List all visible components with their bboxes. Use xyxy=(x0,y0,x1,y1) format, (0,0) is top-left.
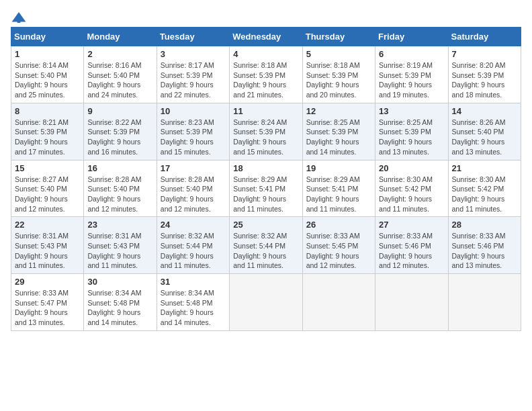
day-number: 1 xyxy=(15,49,80,59)
logo xyxy=(11,11,30,24)
table-row xyxy=(448,274,521,331)
table-row: 16 Sunrise: 8:28 AM Sunset: 5:40 PM Dayl… xyxy=(84,160,157,217)
day-info: Sunrise: 8:31 AM Sunset: 5:43 PM Dayligh… xyxy=(15,231,80,271)
day-number: 30 xyxy=(87,277,152,287)
calendar-header-cell: Friday xyxy=(375,28,448,46)
table-row: 2 Sunrise: 8:16 AM Sunset: 5:40 PM Dayli… xyxy=(84,46,157,103)
logo-icon xyxy=(11,11,27,24)
table-row: 5 Sunrise: 8:18 AM Sunset: 5:39 PM Dayli… xyxy=(302,46,375,103)
day-number: 13 xyxy=(379,106,444,116)
day-info: Sunrise: 8:33 AM Sunset: 5:47 PM Dayligh… xyxy=(15,288,80,328)
calendar-header-cell: Monday xyxy=(84,28,157,46)
day-info: Sunrise: 8:32 AM Sunset: 5:44 PM Dayligh… xyxy=(161,231,226,271)
day-info: Sunrise: 8:22 AM Sunset: 5:39 PM Dayligh… xyxy=(87,118,152,157)
day-info: Sunrise: 8:34 AM Sunset: 5:48 PM Dayligh… xyxy=(87,288,152,328)
day-info: Sunrise: 8:19 AM Sunset: 5:39 PM Dayligh… xyxy=(379,60,444,100)
table-row: 14 Sunrise: 8:26 AM Sunset: 5:40 PM Dayl… xyxy=(448,103,521,160)
table-row: 15 Sunrise: 8:27 AM Sunset: 5:40 PM Dayl… xyxy=(11,160,84,217)
calendar-week-row: 8 Sunrise: 8:21 AM Sunset: 5:39 PM Dayli… xyxy=(11,103,521,160)
day-number: 14 xyxy=(452,106,517,116)
day-info: Sunrise: 8:34 AM Sunset: 5:48 PM Dayligh… xyxy=(161,288,226,328)
calendar-header-cell: Wednesday xyxy=(230,28,302,46)
day-number: 16 xyxy=(87,163,152,173)
table-row: 1 Sunrise: 8:14 AM Sunset: 5:40 PM Dayli… xyxy=(11,46,84,103)
day-number: 31 xyxy=(161,277,226,287)
table-row: 28 Sunrise: 8:33 AM Sunset: 5:46 PM Dayl… xyxy=(448,217,521,274)
day-info: Sunrise: 8:23 AM Sunset: 5:39 PM Dayligh… xyxy=(161,118,226,157)
calendar-week-row: 22 Sunrise: 8:31 AM Sunset: 5:43 PM Dayl… xyxy=(11,217,521,274)
day-info: Sunrise: 8:28 AM Sunset: 5:40 PM Dayligh… xyxy=(161,175,226,214)
table-row: 19 Sunrise: 8:29 AM Sunset: 5:41 PM Dayl… xyxy=(302,160,375,217)
day-number: 26 xyxy=(306,220,371,230)
day-info: Sunrise: 8:17 AM Sunset: 5:39 PM Dayligh… xyxy=(161,60,226,100)
day-number: 7 xyxy=(452,49,517,59)
day-number: 22 xyxy=(15,220,80,230)
day-number: 29 xyxy=(15,277,80,287)
day-number: 20 xyxy=(379,163,444,173)
header xyxy=(11,11,521,24)
day-info: Sunrise: 8:26 AM Sunset: 5:40 PM Dayligh… xyxy=(452,118,517,157)
day-info: Sunrise: 8:27 AM Sunset: 5:40 PM Dayligh… xyxy=(15,175,80,214)
day-number: 24 xyxy=(161,220,226,230)
day-info: Sunrise: 8:18 AM Sunset: 5:39 PM Dayligh… xyxy=(233,60,298,100)
day-number: 21 xyxy=(452,163,517,173)
calendar-header-cell: Tuesday xyxy=(157,28,229,46)
calendar-week-row: 29 Sunrise: 8:33 AM Sunset: 5:47 PM Dayl… xyxy=(11,274,521,331)
calendar-week-row: 1 Sunrise: 8:14 AM Sunset: 5:40 PM Dayli… xyxy=(11,46,521,103)
day-number: 27 xyxy=(379,220,444,230)
table-row: 20 Sunrise: 8:30 AM Sunset: 5:42 PM Dayl… xyxy=(375,160,448,217)
day-info: Sunrise: 8:28 AM Sunset: 5:40 PM Dayligh… xyxy=(87,175,152,214)
calendar-header-row: SundayMondayTuesdayWednesdayThursdayFrid… xyxy=(11,28,521,46)
day-number: 4 xyxy=(233,49,298,59)
day-info: Sunrise: 8:14 AM Sunset: 5:40 PM Dayligh… xyxy=(15,60,80,100)
day-info: Sunrise: 8:21 AM Sunset: 5:39 PM Dayligh… xyxy=(15,118,80,157)
table-row: 11 Sunrise: 8:24 AM Sunset: 5:39 PM Dayl… xyxy=(230,103,302,160)
day-info: Sunrise: 8:29 AM Sunset: 5:41 PM Dayligh… xyxy=(306,175,371,214)
table-row: 26 Sunrise: 8:33 AM Sunset: 5:45 PM Dayl… xyxy=(302,217,375,274)
table-row: 29 Sunrise: 8:33 AM Sunset: 5:47 PM Dayl… xyxy=(11,274,84,331)
table-row: 13 Sunrise: 8:25 AM Sunset: 5:39 PM Dayl… xyxy=(375,103,448,160)
table-row: 23 Sunrise: 8:31 AM Sunset: 5:43 PM Dayl… xyxy=(84,217,157,274)
table-row: 18 Sunrise: 8:29 AM Sunset: 5:41 PM Dayl… xyxy=(230,160,302,217)
day-info: Sunrise: 8:20 AM Sunset: 5:39 PM Dayligh… xyxy=(452,60,517,100)
day-info: Sunrise: 8:25 AM Sunset: 5:39 PM Dayligh… xyxy=(379,118,444,157)
table-row xyxy=(375,274,448,331)
day-number: 11 xyxy=(233,106,298,116)
day-number: 2 xyxy=(87,49,152,59)
table-row: 3 Sunrise: 8:17 AM Sunset: 5:39 PM Dayli… xyxy=(157,46,229,103)
day-number: 23 xyxy=(87,220,152,230)
day-number: 15 xyxy=(15,163,80,173)
day-info: Sunrise: 8:30 AM Sunset: 5:42 PM Dayligh… xyxy=(379,175,444,214)
day-number: 10 xyxy=(161,106,226,116)
day-number: 17 xyxy=(161,163,226,173)
day-info: Sunrise: 8:30 AM Sunset: 5:42 PM Dayligh… xyxy=(452,175,517,214)
day-info: Sunrise: 8:24 AM Sunset: 5:39 PM Dayligh… xyxy=(233,118,298,157)
table-row: 10 Sunrise: 8:23 AM Sunset: 5:39 PM Dayl… xyxy=(157,103,229,160)
day-number: 12 xyxy=(306,106,371,116)
day-number: 8 xyxy=(15,106,80,116)
calendar-header-cell: Thursday xyxy=(302,28,375,46)
table-row: 6 Sunrise: 8:19 AM Sunset: 5:39 PM Dayli… xyxy=(375,46,448,103)
calendar-week-row: 15 Sunrise: 8:27 AM Sunset: 5:40 PM Dayl… xyxy=(11,160,521,217)
day-number: 19 xyxy=(306,163,371,173)
day-info: Sunrise: 8:32 AM Sunset: 5:44 PM Dayligh… xyxy=(233,231,298,271)
day-number: 28 xyxy=(452,220,517,230)
day-info: Sunrise: 8:33 AM Sunset: 5:46 PM Dayligh… xyxy=(379,231,444,271)
day-number: 3 xyxy=(161,49,226,59)
calendar-table: SundayMondayTuesdayWednesdayThursdayFrid… xyxy=(11,27,521,331)
table-row: 8 Sunrise: 8:21 AM Sunset: 5:39 PM Dayli… xyxy=(11,103,84,160)
calendar-header-cell: Saturday xyxy=(448,28,521,46)
day-number: 6 xyxy=(379,49,444,59)
day-info: Sunrise: 8:33 AM Sunset: 5:46 PM Dayligh… xyxy=(452,231,517,271)
day-info: Sunrise: 8:29 AM Sunset: 5:41 PM Dayligh… xyxy=(233,175,298,214)
table-row: 27 Sunrise: 8:33 AM Sunset: 5:46 PM Dayl… xyxy=(375,217,448,274)
svg-rect-1 xyxy=(17,19,21,23)
table-row: 30 Sunrise: 8:34 AM Sunset: 5:48 PM Dayl… xyxy=(84,274,157,331)
day-info: Sunrise: 8:33 AM Sunset: 5:45 PM Dayligh… xyxy=(306,231,371,271)
table-row: 4 Sunrise: 8:18 AM Sunset: 5:39 PM Dayli… xyxy=(230,46,302,103)
day-info: Sunrise: 8:31 AM Sunset: 5:43 PM Dayligh… xyxy=(87,231,152,271)
day-number: 18 xyxy=(233,163,298,173)
calendar-header-cell: Sunday xyxy=(11,28,84,46)
table-row: 9 Sunrise: 8:22 AM Sunset: 5:39 PM Dayli… xyxy=(84,103,157,160)
table-row: 22 Sunrise: 8:31 AM Sunset: 5:43 PM Dayl… xyxy=(11,217,84,274)
